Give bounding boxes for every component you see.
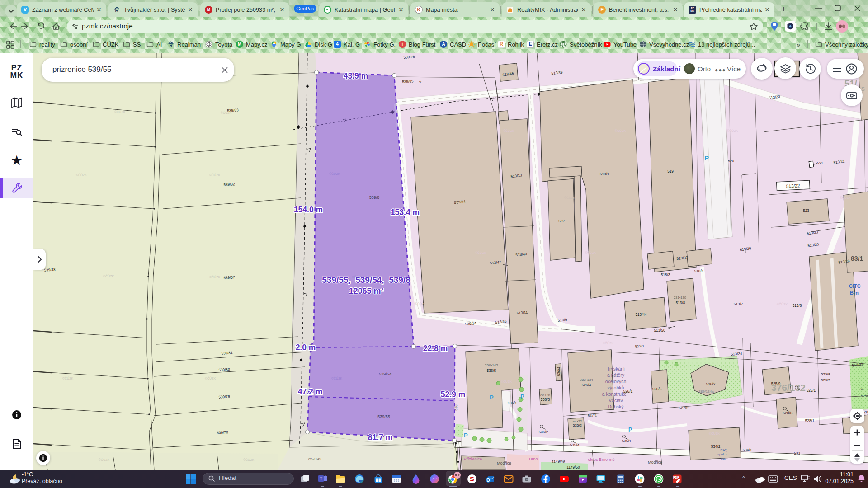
svg-text:©ČÚZK: ©ČÚZK — [62, 376, 74, 380]
svg-text:536/5: 536/5 — [487, 369, 496, 373]
svg-text:231•130: 231•130 — [674, 296, 686, 300]
svg-text:Brno: Brno — [529, 457, 538, 461]
svg-text:©ČÚZK: ©ČÚZK — [777, 302, 788, 306]
svg-text:52.9 m: 52.9 m — [441, 390, 465, 399]
svg-text:539/81: 539/81 — [221, 351, 233, 356]
svg-text:©ČÚZK: ©ČÚZK — [415, 302, 426, 305]
svg-text:a nátěry: a nátěry — [607, 372, 625, 378]
svg-text:518/4: 518/4 — [694, 269, 704, 273]
svg-text:©ČÚZK: ©ČÚZK — [501, 380, 512, 383]
svg-text:525/3: 525/3 — [861, 394, 868, 398]
svg-text:1149/50: 1149/50 — [567, 465, 580, 469]
svg-text:©ČÚZK: ©ČÚZK — [840, 196, 851, 199]
svg-text:513/44: 513/44 — [635, 313, 646, 317]
svg-text:©ČÚZK: ©ČÚZK — [585, 251, 596, 254]
svg-text:R: R — [115, 8, 119, 13]
svg-text:539/85: 539/85 — [402, 79, 414, 84]
svg-text:Brn: Brn — [850, 290, 859, 296]
svg-text:r.o.: r.o. — [721, 456, 726, 460]
svg-text:Tryskání: Tryskání — [607, 366, 625, 371]
svg-text:.V.: .V. — [418, 80, 422, 84]
svg-text:CITC: CITC — [849, 283, 861, 289]
svg-text:518/3: 518/3 — [661, 273, 670, 277]
svg-text:PDF: PDF — [673, 476, 679, 479]
svg-text:283•134: 283•134 — [580, 378, 593, 382]
svg-text:526/2: 526/2 — [706, 382, 716, 386]
svg-text:536/3: 536/3 — [541, 398, 550, 402]
svg-text:539/26: 539/26 — [403, 55, 415, 59]
svg-text:.V.: .V. — [859, 387, 863, 391]
svg-text:525/8: 525/8 — [821, 372, 830, 376]
svg-text:1149/49: 1149/49 — [552, 459, 565, 464]
svg-text:©ČÚZK: ©ČÚZK — [243, 458, 255, 461]
svg-text:534/2: 534/2 — [711, 445, 721, 449]
svg-text:Přízřenice: Přízřenice — [464, 457, 482, 461]
svg-text:©ČÚZK: ©ČÚZK — [103, 274, 114, 278]
svg-text:P: P — [490, 394, 494, 401]
svg-text:Modřice: Modřice — [497, 461, 511, 465]
svg-text:521: 521 — [817, 161, 823, 165]
svg-text:©ČÚZK: ©ČÚZK — [603, 341, 614, 345]
svg-text:526/5: 526/5 — [652, 387, 662, 391]
svg-text:ev.•22: ev.•22 — [573, 419, 582, 423]
svg-text:520: 520 — [728, 159, 734, 163]
svg-text:ocelových: ocelových — [605, 379, 627, 384]
svg-text:RAT,: RAT, — [720, 448, 727, 452]
svg-text:51/: 51/ — [844, 79, 857, 89]
svg-text:525/1: 525/1 — [807, 389, 816, 393]
svg-text:154.0 m: 154.0 m — [294, 205, 323, 214]
svg-text:spol. s: spol. s — [717, 452, 727, 456]
svg-text:P: P — [628, 427, 632, 433]
svg-text:43.9 m: 43.9 m — [344, 71, 368, 80]
svg-text:5: 5 — [862, 86, 865, 93]
svg-text:513/7: 513/7 — [734, 302, 743, 306]
svg-text:©ČÚZK: ©ČÚZK — [221, 111, 232, 114]
svg-text:527/1: 527/1 — [587, 413, 597, 418]
svg-text:©ČÚZK: ©ČÚZK — [727, 129, 738, 132]
svg-text:Václav: Václav — [609, 398, 623, 403]
svg-text:525/7: 525/7 — [821, 378, 830, 382]
svg-text:523: 523 — [803, 209, 809, 213]
svg-text:81.7 m: 81.7 m — [368, 433, 392, 442]
svg-text:ev.126: ev.126 — [540, 393, 550, 397]
svg-text:©ČÚZK: ©ČÚZK — [709, 432, 720, 435]
svg-text:526/4: 526/4 — [582, 383, 591, 387]
svg-text:522: 522 — [558, 219, 565, 223]
svg-text:22.8 m: 22.8 m — [423, 344, 448, 353]
svg-text:536/1: 536/1 — [508, 401, 517, 405]
svg-text:535/4: 535/4 — [570, 443, 580, 447]
svg-text:536/4: 536/4 — [557, 366, 561, 376]
svg-text:©ČÚZK: ©ČÚZK — [205, 376, 216, 380]
svg-text:528/6: 528/6 — [783, 411, 793, 415]
svg-text:P: P — [859, 432, 863, 438]
svg-text:513/50: 513/50 — [654, 328, 665, 333]
svg-text:153.4 m: 153.4 m — [391, 208, 420, 217]
svg-text:539/78: 539/78 — [217, 430, 228, 435]
svg-text:376/132: 376/132 — [771, 382, 806, 393]
svg-text:výrobků: výrobků — [608, 385, 624, 390]
svg-text:539/54: 539/54 — [379, 372, 392, 376]
svg-text:83/1: 83/1 — [851, 255, 863, 262]
svg-text:513/6: 513/6 — [793, 304, 802, 308]
svg-text:539/80: 539/80 — [218, 367, 230, 372]
svg-text:P: P — [464, 432, 468, 439]
svg-text:©ČÚZK: ©ČÚZK — [475, 251, 486, 254]
svg-text:539/37: 539/37 — [223, 275, 235, 280]
svg-text:539/48: 539/48 — [44, 267, 56, 272]
svg-text:S: S — [470, 475, 474, 483]
svg-text:513/8: 513/8 — [676, 301, 685, 305]
svg-text:533: 533 — [794, 451, 800, 455]
svg-text:518/1: 518/1 — [600, 172, 609, 176]
svg-text:©ČÚZK: ©ČÚZK — [209, 275, 221, 279]
svg-text:535/1: 535/1 — [622, 439, 632, 443]
svg-text:513/22: 513/22 — [786, 183, 800, 189]
svg-text:539/79: 539/79 — [218, 394, 230, 399]
svg-text:©ČÚZK: ©ČÚZK — [615, 129, 626, 132]
svg-text:P: P — [704, 154, 709, 162]
svg-text:539/8: 539/8 — [369, 195, 380, 200]
svg-text:©ČÚZK: ©ČÚZK — [209, 173, 221, 177]
svg-text:ev.•1149: ev.•1149 — [308, 457, 321, 461]
svg-text:47.2 m: 47.2 m — [298, 387, 322, 396]
svg-text:513/1: 513/1 — [635, 344, 645, 348]
svg-text:528/1: 528/1 — [805, 419, 815, 423]
